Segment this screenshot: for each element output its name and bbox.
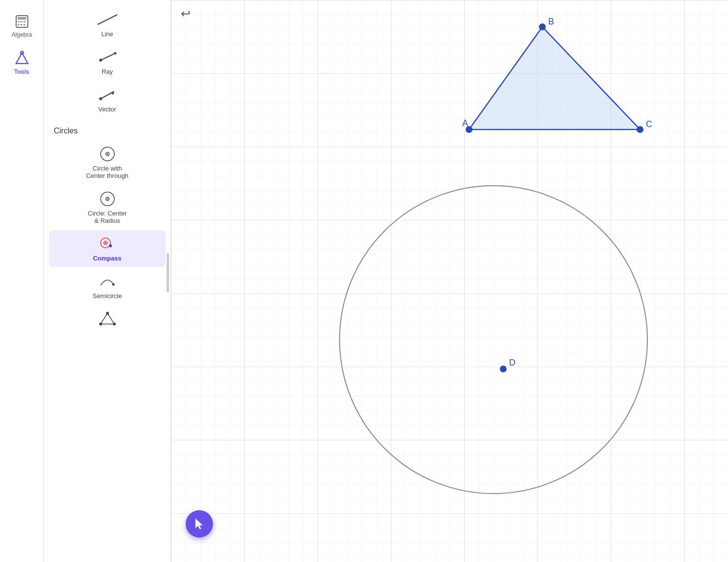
algebra-label: Algebra	[12, 31, 32, 38]
circle-center-through-label: Circle with Center through	[86, 165, 128, 179]
canvas-svg: B A C D	[171, 0, 728, 562]
sidebar-item-tools[interactable]: Tools	[2, 47, 42, 79]
svg-rect-6	[21, 24, 22, 25]
tool-circle-center-through[interactable]: Circle with Center through	[49, 140, 166, 184]
circle-center-radius-icon	[97, 190, 118, 208]
cursor-fab[interactable]	[186, 510, 213, 538]
semicircle-icon	[97, 273, 118, 290]
semicircle-label: Semicircle	[93, 292, 122, 300]
ray-icon	[97, 48, 118, 66]
svg-point-32	[99, 323, 102, 325]
svg-rect-7	[23, 24, 25, 25]
svg-point-23	[107, 198, 108, 200]
svg-point-20	[107, 153, 108, 155]
canvas-area[interactable]: ↩ B A C D	[171, 0, 728, 562]
tool-polygon-circle[interactable]	[49, 305, 166, 335]
tool-compass[interactable]: Compass	[49, 230, 166, 267]
svg-point-27	[109, 244, 112, 247]
svg-marker-35	[195, 519, 203, 529]
tool-circle-center-radius[interactable]: Circle: Center & Radius	[49, 185, 166, 229]
svg-rect-4	[23, 21, 25, 22]
compass-icon	[97, 235, 118, 253]
svg-point-14	[114, 52, 116, 55]
circles-section-header: Circles	[44, 119, 171, 139]
tools-icon	[14, 51, 30, 66]
tools-label: Tools	[14, 68, 29, 75]
svg-line-11	[98, 15, 117, 24]
tool-semicircle[interactable]: Semicircle	[49, 268, 166, 304]
svg-point-28	[112, 283, 114, 286]
cursor-icon	[193, 518, 206, 530]
polygon-circle-icon	[97, 310, 118, 328]
ray-label: Ray	[102, 68, 113, 75]
svg-rect-3	[21, 21, 22, 22]
label-A: A	[462, 118, 468, 128]
sidebar-item-algebra[interactable]: Algebra	[2, 10, 42, 42]
svg-rect-2	[18, 21, 20, 22]
circle-center-radius-label: Circle: Center & Radius	[88, 210, 127, 224]
svg-rect-5	[18, 24, 20, 25]
svg-marker-29	[101, 313, 114, 324]
point-C	[637, 126, 643, 133]
label-B: B	[548, 17, 554, 26]
tool-line[interactable]: Line	[49, 6, 166, 43]
tool-ray[interactable]: Ray	[49, 43, 166, 80]
scroll-indicator	[167, 253, 169, 292]
calculator-icon	[14, 14, 30, 29]
icon-bar: Algebra Tools	[0, 0, 44, 562]
svg-rect-34	[171, 0, 728, 562]
circle-center-through-icon	[97, 145, 118, 163]
compass-label: Compass	[93, 255, 122, 262]
label-C: C	[646, 119, 652, 129]
svg-point-26	[105, 242, 106, 244]
vector-label: Vector	[98, 106, 116, 113]
svg-marker-17	[110, 91, 114, 95]
line-icon	[97, 11, 118, 28]
svg-point-10	[21, 52, 22, 53]
point-D	[500, 366, 507, 372]
vector-icon	[97, 86, 118, 104]
tool-vector[interactable]: Vector	[49, 81, 166, 118]
point-B	[539, 23, 546, 30]
tools-panel: Line Ray Vector Circles	[44, 0, 171, 562]
undo-button[interactable]: ↩	[181, 7, 191, 21]
svg-line-13	[101, 53, 115, 60]
svg-point-31	[113, 323, 116, 325]
svg-rect-1	[18, 17, 26, 20]
svg-point-30	[106, 312, 109, 315]
label-D: D	[509, 358, 515, 367]
line-label: Line	[101, 30, 113, 38]
